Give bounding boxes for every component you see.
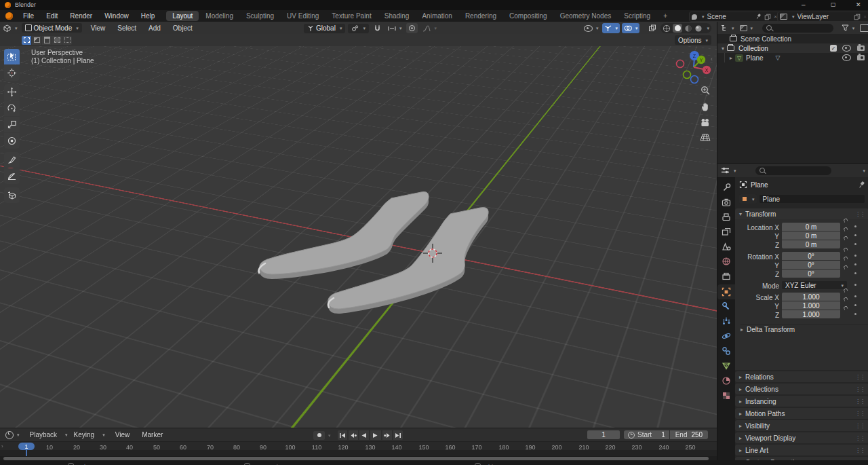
tab-tool[interactable]	[722, 183, 731, 192]
object-visibility-dropdown[interactable]: ▾	[582, 23, 601, 33]
timeline-menu-marker[interactable]: Marker	[136, 431, 169, 439]
workspace-tab-compositing[interactable]: Compositing	[503, 11, 553, 21]
auto-keyframe-button[interactable]	[313, 431, 325, 440]
properties-search-input[interactable]	[755, 166, 831, 175]
shading-dropdown[interactable]: ▾	[707, 26, 709, 31]
rotation-y-field[interactable]: 0°	[782, 261, 840, 269]
outliner-search-input[interactable]	[762, 24, 833, 33]
outliner-editor-type-button[interactable]: ▾	[717, 24, 737, 32]
animate-dot[interactable]	[854, 255, 856, 257]
object-name-input[interactable]: Plane	[760, 195, 865, 203]
panel-instancing[interactable]: ▸Instancing⋮⋮	[735, 396, 868, 407]
workspace-tab-geometry-nodes[interactable]: Geometry Nodes	[554, 11, 618, 21]
tab-material[interactable]	[722, 376, 731, 386]
outliner-row-collection[interactable]: ▾ Collection ✓	[717, 43, 868, 53]
select-mode-intersect-button[interactable]	[62, 36, 72, 45]
panel-line-art[interactable]: ▸Line Art⋮⋮	[735, 445, 868, 455]
play-button[interactable]	[370, 430, 381, 440]
jump-next-keyframe-button[interactable]	[382, 430, 392, 440]
tool-move[interactable]	[4, 84, 20, 100]
xray-toggle[interactable]	[646, 23, 658, 33]
menu-window[interactable]: Window	[98, 12, 135, 20]
delta-transform-panel-header[interactable]: ▸ Delta Transform	[741, 324, 868, 335]
tool-scale[interactable]	[4, 117, 20, 132]
menu-render[interactable]: Render	[64, 12, 98, 20]
outliner-filter-button[interactable]: ▾	[839, 24, 858, 31]
timeline-menu-view[interactable]: View	[109, 431, 136, 439]
transform-panel-header[interactable]: ▾ Transform ⋮⋮	[735, 208, 868, 219]
new-collection-button[interactable]: +	[860, 24, 868, 32]
tool-add-cube[interactable]	[4, 187, 20, 203]
animate-dot[interactable]	[854, 295, 856, 297]
collection-hide-eye-icon[interactable]	[842, 45, 851, 52]
tab-world[interactable]	[722, 257, 731, 266]
falloff-dropdown[interactable]: ▾	[420, 23, 439, 33]
timeline-ruler[interactable]: › 10 20 30 40 50 60 70 80 90 100 110 120…	[0, 441, 717, 451]
location-x-field[interactable]: 0 m	[782, 223, 840, 231]
editor-type-button[interactable]: ▾	[0, 24, 20, 33]
select-mode-subtract-button[interactable]	[42, 36, 52, 45]
shading-material-icon[interactable]	[684, 24, 692, 33]
tab-constraints[interactable]	[722, 346, 731, 356]
auto-keyframe-dropdown[interactable]: ▾	[328, 433, 331, 438]
pin-icon[interactable]	[754, 13, 762, 21]
tab-output[interactable]	[722, 212, 731, 222]
panel-visibility[interactable]: ▸Visibility⋮⋮	[735, 420, 868, 431]
workspace-tab-layout[interactable]: Layout	[166, 11, 199, 21]
tab-particles[interactable]	[722, 316, 731, 326]
duplicate-icon[interactable]	[854, 14, 861, 20]
jump-to-end-button[interactable]	[393, 430, 403, 440]
frame-start-field[interactable]: Start 1	[624, 430, 669, 439]
properties-editor-icon[interactable]	[721, 166, 730, 174]
workspace-tab-shading[interactable]: Shading	[378, 11, 416, 21]
menu-help[interactable]: Help	[135, 12, 161, 20]
transform-orientation-dropdown[interactable]: Global ▾	[304, 24, 345, 33]
tool-measure[interactable]	[4, 168, 20, 184]
collection-disclosure-icon[interactable]: ▾	[722, 45, 724, 52]
animate-dot[interactable]	[854, 225, 856, 227]
duplicate-icon[interactable]	[765, 14, 771, 20]
tab-view-layer[interactable]	[722, 227, 731, 236]
panel-collections[interactable]: ▸Collections⋮⋮	[735, 384, 868, 394]
viewlayer-selector[interactable]: ▾ ViewLayer ×	[777, 12, 868, 22]
timeline-editor-dropdown[interactable]: ▾	[17, 432, 20, 437]
orthographic-toggle-icon[interactable]	[700, 133, 711, 142]
proportional-editing-toggle[interactable]	[406, 23, 418, 33]
shading-wireframe-icon[interactable]	[663, 24, 671, 33]
workspace-tab-sculpting[interactable]: Sculpting	[240, 11, 280, 21]
rotation-mode-dropdown[interactable]: XYZ Euler▾	[782, 281, 847, 289]
navigation-gizmo[interactable]: Z Y X	[675, 48, 717, 90]
timeline-editor-icon[interactable]	[5, 431, 14, 439]
location-y-field[interactable]: 0 m	[782, 231, 840, 240]
rotation-x-field[interactable]: 0°	[782, 252, 840, 260]
timeline-track[interactable]	[0, 450, 717, 456]
animate-dot[interactable]	[854, 243, 856, 245]
select-mode-invert-button[interactable]	[52, 36, 62, 45]
animate-dot[interactable]	[854, 284, 856, 286]
properties-editor-dropdown[interactable]: ▾	[734, 168, 736, 173]
gizmos-toggle[interactable]: ▾	[602, 23, 620, 33]
animate-dot[interactable]	[854, 263, 856, 265]
workspace-tab-modeling[interactable]: Modeling	[199, 11, 239, 21]
menu-file[interactable]: File	[17, 12, 40, 20]
outliner-display-mode-button[interactable]: ▾	[737, 25, 756, 31]
workspace-tab-scripting[interactable]: Scripting	[618, 11, 656, 21]
collection-checkbox[interactable]: ✓	[830, 45, 837, 52]
scale-z-field[interactable]: 1.000	[782, 310, 840, 318]
jump-prev-keyframe-button[interactable]	[349, 430, 358, 440]
play-reverse-button[interactable]	[359, 430, 369, 440]
snap-toggle[interactable]	[372, 23, 383, 33]
tool-select-box[interactable]	[4, 49, 20, 64]
viewport-menu-object[interactable]: Object	[167, 24, 199, 32]
outliner-row-scene-collection[interactable]: Scene Collection	[717, 34, 868, 43]
tab-object-active[interactable]	[717, 284, 735, 299]
plane-disclosure-icon[interactable]: ▸	[730, 55, 732, 61]
tab-render[interactable]	[722, 198, 731, 207]
playhead-line[interactable]	[26, 449, 27, 456]
panel-drag-dots-icon[interactable]: ⋮⋮	[855, 211, 865, 217]
close-button[interactable]: ✕	[856, 1, 861, 8]
tool-annotate[interactable]	[4, 152, 20, 168]
jump-to-start-button[interactable]	[338, 430, 347, 440]
maximize-button[interactable]: ▢	[831, 1, 836, 7]
current-frame-field[interactable]: 1	[587, 430, 620, 439]
